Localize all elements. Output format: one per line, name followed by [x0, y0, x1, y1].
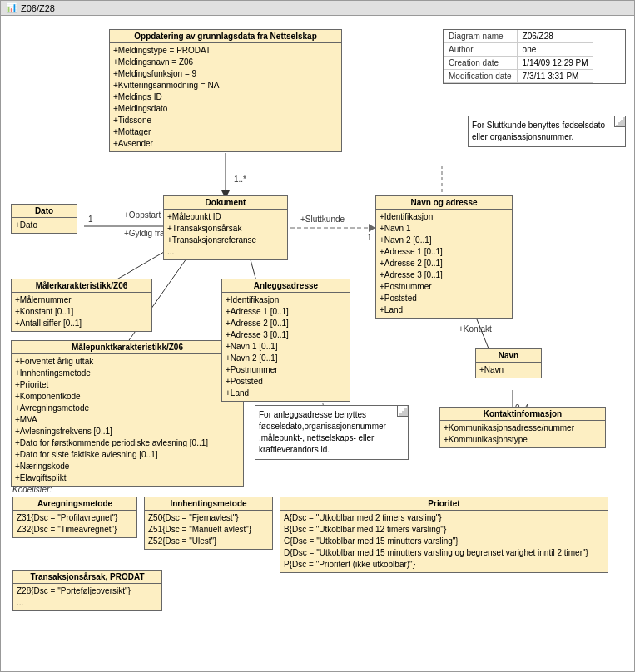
- note-anleggsadresse: For anleggsadresse benyttes fødselsdato,…: [255, 405, 409, 460]
- author-value: one: [517, 43, 593, 57]
- codelist-prioritet-title: Prioritet: [280, 497, 608, 511]
- box-navn-og-adresse-title: Navn og adresse: [376, 196, 512, 210]
- codelist-transaksjonsarsak-title: Transaksjonsårsak, PRODAT: [13, 571, 161, 584]
- creation-date-value: 1/14/09 12:29 PM: [517, 57, 593, 70]
- svg-text:+Oppstart: +Oppstart: [124, 210, 161, 220]
- codelist-innhentingsmetode: Innhentingsmetode Z50{Dsc = "Fjernavlest…: [144, 497, 273, 550]
- codelist-avregningsmetode-title: Avregningsmetode: [13, 497, 136, 511]
- note-anleggsadresse-text: For anleggsadresse benyttes fødselsdato,…: [259, 410, 386, 454]
- box-navn-og-adresse-body: +Identifikasjon +Navn 1 +Navn 2 [0..1] +…: [376, 210, 512, 318]
- svg-text:+Sluttkunde: +Sluttkunde: [300, 215, 345, 224]
- svg-marker-15: [369, 224, 375, 232]
- note-sluttkunde-text: For Sluttkunde benyttes fødselsdato elle…: [472, 121, 605, 141]
- box-malerkarakteristikk: Målerkarakteristikk/Z06 +Målernummer +Ko…: [11, 279, 152, 332]
- note-sluttkunde: For Sluttkunde benyttes fødselsdato elle…: [468, 116, 626, 147]
- box-dokument: Dokument +Målepunkt ID +Transaksjonsårsa…: [163, 195, 288, 260]
- modification-date-label: Modification date: [444, 70, 517, 83]
- box-dokument-body: +Målepunkt ID +Transaksjonsårsak +Transa…: [164, 210, 287, 259]
- creation-date-label: Creation date: [444, 57, 517, 70]
- codelist-section-label: Kodelister:: [12, 485, 52, 494]
- box-kontaktinformasjon: Kontaktinformasjon +Kommunikasjonsadress…: [439, 407, 606, 448]
- box-malepunktkarakteristikk-body: +Forventet årlig uttak +Innhentingsmetod…: [12, 354, 243, 486]
- box-anleggsadresse-body: +Identifikasjon +Adresse 1 [0..1] +Adres…: [222, 293, 350, 401]
- diagram-name-label: Diagram name: [444, 30, 517, 43]
- codelist-innhentingsmetode-title: Innhentingsmetode: [145, 497, 272, 511]
- box-kontaktinformasjon-title: Kontaktinformasjon: [440, 408, 605, 421]
- box-oppdatering-body: +Meldingstype = PRODAT +Meldingsnavn = Z…: [110, 43, 341, 151]
- box-malerkarakteristikk-title: Målerkarakteristikk/Z06: [12, 279, 151, 293]
- box-navn: Navn +Navn: [475, 348, 542, 378]
- diagram-area: 1..* 1 +Oppstart +Gyldig fra 1 +Sluttkun…: [1, 16, 634, 668]
- box-dato: Dato +Dato: [11, 204, 77, 234]
- diagram-name-value: Z06/Z28: [517, 30, 593, 43]
- author-label: Author: [444, 43, 517, 57]
- box-navn-title: Navn: [476, 349, 541, 363]
- svg-text:+Gyldig fra: +Gyldig fra: [124, 229, 165, 238]
- codelist-prioritet-body: A{Dsc = "Utkoblbar med 2 timers varsling…: [280, 511, 608, 572]
- codelist-prioritet: Prioritet A{Dsc = "Utkoblbar med 2 timer…: [280, 497, 608, 573]
- svg-text:+Kontakt: +Kontakt: [459, 324, 492, 334]
- main-container: 📊 Z06/Z28 1..* 1 +Oppstart +Gyldig fra 1: [0, 0, 635, 672]
- box-oppdatering: Oppdatering av grunnlagsdata fra Nettsel…: [109, 29, 342, 152]
- box-dokument-title: Dokument: [164, 196, 287, 210]
- title-bar: 📊 Z06/Z28: [1, 1, 634, 16]
- codelist-avregningsmetode-body: Z31{Dsc = "Profilavregnet"} Z32{Dsc = "T…: [13, 511, 136, 537]
- codelist-transaksjonsarsak-body: Z28{Dsc = "Porteføljeoversikt"} ...: [13, 584, 161, 610]
- box-navn-og-adresse: Navn og adresse +Identifikasjon +Navn 1 …: [375, 195, 513, 319]
- box-anleggsadresse: Anleggsadresse +Identifikasjon +Adresse …: [221, 279, 350, 402]
- codelist-innhentingsmetode-body: Z50{Dsc = "Fjernavlest"} Z51{Dsc = "Manu…: [145, 511, 272, 549]
- box-kontaktinformasjon-body: +Kommunikasjonsadresse/nummer +Kommunika…: [440, 421, 605, 447]
- box-navn-body: +Navn: [476, 363, 541, 378]
- box-malerkarakteristikk-body: +Målernummer +Konstant [0..1] +Antall si…: [12, 293, 151, 331]
- svg-text:1: 1: [88, 215, 93, 224]
- svg-text:1: 1: [367, 233, 372, 242]
- box-dato-body: +Dato: [12, 218, 77, 233]
- box-anleggsadresse-title: Anleggsadresse: [222, 279, 350, 293]
- diagram-icon: 📊: [6, 2, 17, 13]
- box-oppdatering-title: Oppdatering av grunnlagsdata fra Nettsel…: [110, 30, 341, 43]
- title-label: Z06/Z28: [21, 3, 55, 13]
- svg-text:1..*: 1..*: [234, 175, 246, 184]
- codelist-transaksjonsarsak: Transaksjonsårsak, PRODAT Z28{Dsc = "Por…: [12, 570, 162, 611]
- box-malepunktkarakteristikk: Målepunktkarakteristikk/Z06 +Forventet å…: [11, 340, 244, 487]
- box-malepunktkarakteristikk-title: Målepunktkarakteristikk/Z06: [12, 341, 243, 354]
- info-table: Diagram name Z06/Z28 Author one Creation…: [443, 29, 626, 84]
- modification-date-value: 7/3/11 3:31 PM: [517, 70, 593, 83]
- codelist-avregningsmetode: Avregningsmetode Z31{Dsc = "Profilavregn…: [12, 497, 137, 538]
- box-dato-title: Dato: [12, 205, 77, 218]
